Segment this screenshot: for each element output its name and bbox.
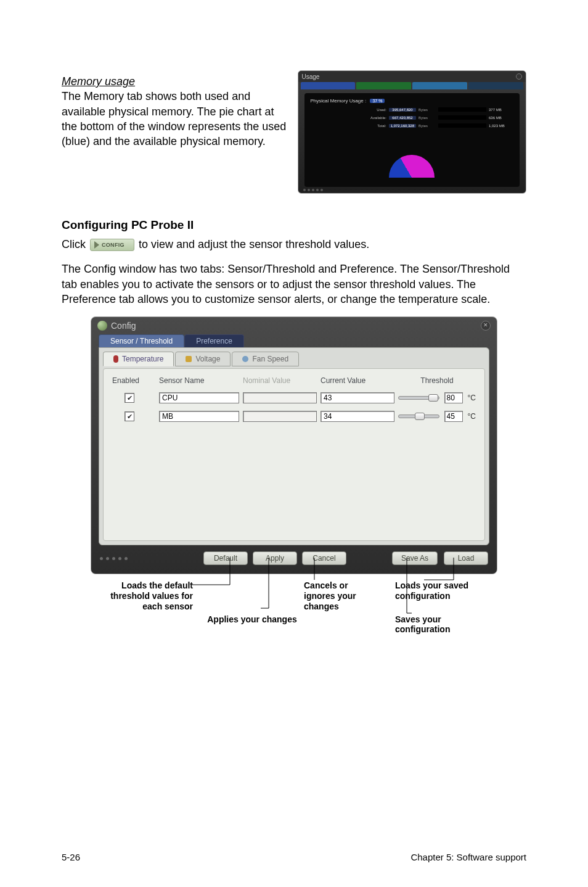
close-icon[interactable]	[481, 321, 491, 331]
threshold-value-field[interactable]	[444, 392, 463, 403]
click-line-b: to view and adjust the sensor threshold …	[139, 238, 369, 250]
threshold-value-field[interactable]	[444, 411, 463, 422]
enabled-checkbox[interactable]: ✔	[125, 393, 134, 403]
chapter-label: Chapter 5: Software support	[410, 852, 526, 862]
subtab-label: Voltage	[195, 355, 220, 363]
current-value-field	[321, 411, 394, 422]
default-button[interactable]: Default	[203, 551, 248, 565]
pie-chart-icon	[389, 155, 435, 178]
caption-cancels: Cancels or ignores your changes	[304, 580, 356, 611]
threshold-slider[interactable]	[398, 396, 439, 400]
caption-loads-saved: Loads your saved configuration	[395, 580, 468, 601]
apply-button[interactable]: Apply	[253, 551, 297, 565]
col-sensor: Sensor Name	[159, 376, 239, 385]
fan-icon	[242, 356, 248, 362]
cancel-button[interactable]: Cancel	[302, 551, 346, 565]
config-button-label: CONFIG	[102, 241, 125, 249]
table-row: ✔ °C	[110, 389, 478, 407]
tab-preference[interactable]: Preference	[184, 334, 244, 347]
mem-row: Total: 1,072,160,328 Bytes 1,023 MB	[311, 123, 513, 128]
unit-label: °C	[468, 412, 476, 421]
table-row: ✔ °C	[110, 407, 478, 426]
mem-row-label: Used:	[364, 108, 386, 112]
mem-row-end: 377 MB	[489, 108, 507, 112]
col-current: Current Value	[321, 376, 394, 385]
close-icon[interactable]	[516, 73, 522, 80]
thermometer-icon	[113, 355, 118, 363]
memory-usage-body: The Memory tab shows both used and avail…	[62, 90, 286, 147]
nominal-value-field	[243, 411, 317, 422]
col-nominal: Nominal Value	[243, 376, 317, 385]
unit-label: °C	[468, 394, 476, 402]
col-enabled: Enabled	[112, 376, 155, 385]
subtab-label: Temperature	[122, 355, 163, 363]
col-threshold: Threshold	[398, 376, 476, 385]
pmu-label: Physical Memory Usage :	[311, 98, 367, 104]
memory-usage-figure: Usage Physical Memory Usage : 37 % Used:…	[298, 70, 526, 194]
config-window-figure: Config Sensor / Threshold Preference Tem…	[91, 316, 497, 574]
enabled-checkbox[interactable]: ✔	[125, 411, 134, 421]
voltage-icon	[186, 356, 192, 362]
subtab-fan-speed[interactable]: Fan Speed	[232, 352, 299, 366]
subtab-label: Fan Speed	[252, 355, 288, 363]
config-window-icon	[97, 321, 107, 331]
subtab-temperature[interactable]: Temperature	[103, 352, 174, 366]
mem-row: Used: 395,647,820 Bytes 377 MB	[311, 107, 513, 112]
config-button[interactable]: CONFIG	[90, 239, 134, 251]
current-value-field	[321, 392, 394, 403]
nominal-value-field	[243, 392, 317, 403]
memory-usage-title: Memory usage	[62, 74, 289, 89]
page-number: 5-26	[62, 852, 80, 862]
mem-row-bytes: Bytes	[419, 108, 436, 112]
pmu-pct: 37 %	[370, 99, 385, 103]
subtab-voltage[interactable]: Voltage	[175, 352, 231, 366]
save-as-button[interactable]: Save As	[392, 551, 438, 565]
sensor-name-field[interactable]	[159, 411, 239, 422]
config-window-title: Config	[111, 321, 136, 331]
config-paragraph: The Config window has two tabs: Sensor/T…	[62, 262, 526, 307]
memory-fig-title: Usage	[302, 73, 320, 80]
click-line-a: Click	[62, 238, 89, 250]
tab-sensor-threshold[interactable]: Sensor / Threshold	[99, 334, 184, 347]
load-button[interactable]: Load	[444, 551, 488, 565]
caption-applies: Applies your changes	[207, 614, 296, 624]
caption-loads-default: Loads the default threshold values for e…	[110, 580, 193, 611]
mem-row-num: 395,647,820	[389, 108, 416, 112]
caption-saves: Saves your configuration	[395, 614, 450, 635]
threshold-slider[interactable]	[398, 415, 439, 418]
configuring-title: Configuring PC Probe II	[62, 218, 526, 232]
mem-row: Available: 667,420,852 Bytes 636 MB	[311, 115, 513, 120]
sensor-name-field[interactable]	[159, 392, 239, 403]
resize-dots-icon	[100, 557, 128, 560]
